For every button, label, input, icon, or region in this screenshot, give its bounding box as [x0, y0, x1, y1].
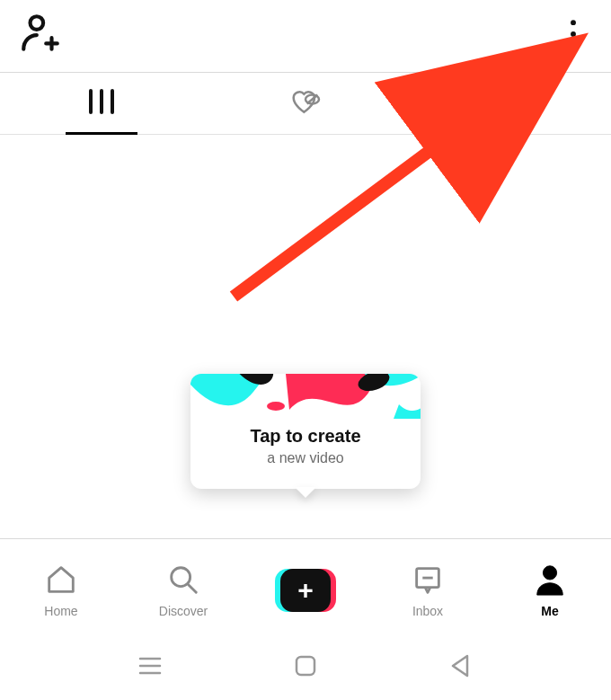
nav-discover[interactable]: Discover [134, 563, 233, 618]
svg-point-1 [571, 20, 576, 25]
tab-posts-grid[interactable] [0, 73, 204, 134]
nav-me[interactable]: Me [500, 563, 599, 618]
create-plus-icon: + [275, 569, 336, 612]
lock-icon [491, 84, 527, 123]
nav-home-label: Home [44, 604, 77, 618]
android-softkey-bar [0, 635, 611, 700]
nav-create-button[interactable]: + [256, 569, 355, 612]
add-friends-button[interactable] [18, 12, 63, 60]
nav-discover-label: Discover [159, 604, 208, 618]
svg-rect-9 [499, 98, 520, 114]
svg-line-13 [189, 584, 197, 592]
home-icon [44, 563, 78, 600]
svg-point-0 [31, 16, 44, 30]
svg-point-10 [267, 402, 285, 411]
nav-me-label: Me [541, 604, 558, 618]
search-icon [166, 563, 200, 600]
tooltip-title: Tap to create [190, 426, 421, 447]
softkey-back[interactable] [447, 652, 474, 683]
tab-private-lock[interactable] [407, 73, 611, 134]
heart-hidden-icon [288, 84, 323, 123]
profile-header [0, 0, 611, 72]
nav-inbox[interactable]: Inbox [378, 563, 477, 618]
svg-point-3 [571, 43, 576, 49]
profile-content-area: Tap to create a new video [0, 135, 611, 538]
softkey-home[interactable] [292, 652, 319, 683]
profile-icon [533, 563, 567, 600]
svg-point-16 [543, 565, 556, 579]
softkey-recent[interactable] [137, 652, 164, 683]
svg-point-2 [571, 31, 576, 37]
more-options-button[interactable] [561, 14, 586, 58]
tooltip-subtitle: a new video [190, 450, 421, 466]
svg-rect-20 [297, 657, 314, 675]
inbox-icon [411, 563, 445, 600]
profile-content-tabs [0, 72, 611, 135]
grid-icon [84, 84, 120, 123]
nav-inbox-label: Inbox [412, 604, 443, 618]
nav-home[interactable]: Home [12, 563, 111, 618]
svg-point-12 [172, 567, 190, 586]
tooltip-decorative-art [190, 374, 421, 419]
tab-liked-hidden[interactable] [204, 73, 408, 134]
bottom-navigation: Home Discover + [0, 538, 611, 635]
create-video-tooltip[interactable]: Tap to create a new video [190, 374, 421, 489]
